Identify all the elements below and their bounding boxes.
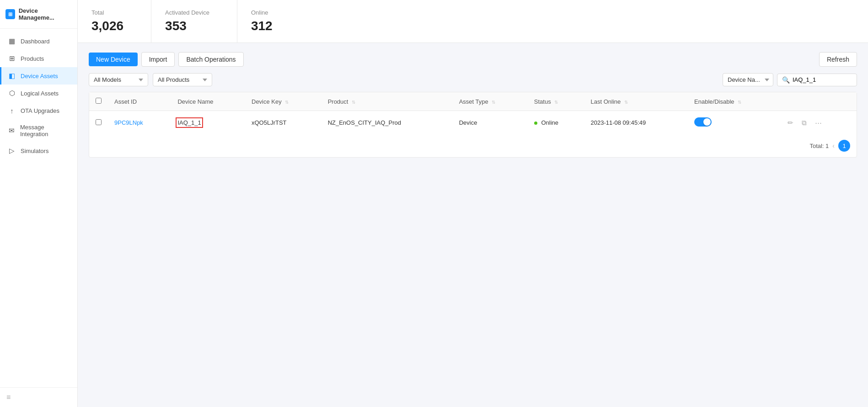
new-device-button[interactable]: New Device	[89, 53, 138, 66]
stat-activated-device: Activated Device 353	[151, 0, 237, 42]
device-key-sort-icon: ⇅	[285, 100, 289, 105]
stat-value: 353	[165, 19, 209, 33]
col-device-name: Device Name	[171, 92, 245, 111]
col-last-online: Last Online ⇅	[584, 92, 688, 111]
sidebar-item-message-integration[interactable]: ✉ Message Integration	[0, 119, 77, 142]
stat-value: 3,026	[91, 19, 123, 33]
logical-assets-icon: ⬡	[8, 89, 16, 97]
row-checkbox-cell	[89, 111, 108, 135]
search-field-selector[interactable]: Device Na...	[723, 73, 773, 86]
sidebar-item-simulators[interactable]: ▷ Simulators	[0, 142, 77, 159]
batch-operations-button[interactable]: Batch Operations	[178, 52, 243, 67]
stat-total: Total 3,026	[78, 0, 151, 42]
stat-value: 312	[251, 19, 273, 33]
row-checkbox-0[interactable]	[96, 119, 102, 125]
view-button[interactable]: ⧉	[800, 118, 809, 128]
col-status: Status ⇅	[528, 92, 584, 111]
actions-cell: ✏ ⧉ ⋯	[779, 111, 857, 135]
product-sort-icon: ⇅	[352, 100, 355, 105]
search-input[interactable]	[793, 76, 852, 83]
device-name-cell: IAQ_1_1	[171, 111, 245, 135]
col-enable-disable: Enable/Disable ⇅	[688, 92, 779, 111]
sidebar-label-logical-assets: Logical Assets	[21, 90, 59, 97]
sidebar: ⊞ Device Manageme... ▦ Dashboard ⊞ Produ…	[0, 0, 78, 407]
product-cell: NZ_EnOS_CITY_IAQ_Prod	[321, 111, 453, 135]
select-all-checkbox[interactable]	[96, 98, 102, 104]
device-table: Asset ID Device Name Device Key ⇅ Produc…	[89, 92, 857, 158]
sidebar-item-device-assets[interactable]: ◧ Device Assets	[0, 67, 77, 85]
stat-online: Online 312	[237, 0, 300, 42]
models-filter[interactable]: All Models	[89, 73, 148, 86]
stat-label: Total	[91, 9, 123, 16]
sidebar-item-dashboard[interactable]: ▦ Dashboard	[0, 32, 77, 50]
search-box: 🔍	[777, 74, 857, 86]
status-dot	[534, 122, 537, 125]
asset-type-cell: Device	[453, 111, 528, 135]
col-device-key: Device Key ⇅	[245, 92, 321, 111]
last-online-sort-icon: ⇅	[624, 100, 628, 105]
enable-sort-icon: ⇅	[738, 100, 741, 105]
sidebar-label-simulators: Simulators	[21, 148, 48, 154]
content-area: New Device Import Batch Operations Refre…	[78, 43, 868, 407]
status-sort-icon: ⇅	[554, 100, 558, 105]
table-row: 9PC9LNpk IAQ_1_1 xQO5LJrTST NZ_EnOS_CITY…	[89, 111, 857, 135]
sidebar-label-ota-upgrades: OTA Upgrades	[21, 107, 59, 114]
refresh-button[interactable]: Refresh	[819, 52, 857, 67]
sidebar-nav: ▦ Dashboard ⊞ Products ◧ Device Assets ⬡…	[0, 29, 77, 387]
last-online-cell: 2023-11-08 09:45:49	[584, 111, 688, 135]
stat-label: Online	[251, 9, 273, 16]
pagination: Total: 1 ‹ 1	[89, 134, 857, 157]
sidebar-item-logical-assets[interactable]: ⬡ Logical Assets	[0, 85, 77, 102]
col-asset-type: Asset Type ⇅	[453, 92, 528, 111]
app-logo: ⊞ Device Manageme...	[0, 0, 77, 29]
enable-toggle[interactable]	[694, 117, 712, 127]
table-header-checkbox	[89, 92, 108, 111]
filters: All Models All Products Device Na... 🔍	[89, 73, 857, 86]
asset-id-link[interactable]: 9PC9LNpk	[114, 119, 143, 126]
more-button[interactable]: ⋯	[813, 118, 824, 128]
app-title: Device Manageme...	[19, 7, 72, 21]
status-cell: Online	[528, 111, 584, 135]
app-logo-icon: ⊞	[5, 9, 15, 19]
current-page-number: 1	[838, 140, 850, 152]
col-actions	[779, 92, 857, 111]
products-filter[interactable]: All Products	[153, 73, 212, 86]
sidebar-label-products: Products	[21, 55, 44, 62]
dashboard-icon: ▦	[8, 37, 16, 45]
sidebar-label-device-assets: Device Assets	[21, 73, 58, 79]
toolbar: New Device Import Batch Operations Refre…	[89, 52, 857, 67]
toggle-cell	[688, 111, 779, 135]
prev-page-button[interactable]: ‹	[832, 142, 835, 149]
asset-id-cell: 9PC9LNpk	[108, 111, 171, 135]
main-content: Total 3,026 Activated Device 353 Online …	[78, 0, 868, 407]
asset-type-sort-icon: ⇅	[492, 100, 495, 105]
sidebar-bottom: ≡	[0, 387, 77, 407]
table-header-row: Asset ID Device Name Device Key ⇅ Produc…	[89, 92, 857, 111]
status-text: Online	[541, 119, 558, 126]
message-integration-icon: ✉	[8, 127, 16, 135]
edit-button[interactable]: ✏	[786, 118, 795, 128]
device-assets-icon: ◧	[8, 72, 16, 80]
sidebar-item-ota-upgrades[interactable]: ↑ OTA Upgrades	[0, 102, 77, 119]
col-asset-id: Asset ID	[108, 92, 171, 111]
import-button[interactable]: Import	[141, 52, 175, 67]
device-key-cell: xQO5LJrTST	[245, 111, 321, 135]
device-name-value: IAQ_1_1	[177, 119, 201, 126]
stats-bar: Total 3,026 Activated Device 353 Online …	[78, 0, 868, 43]
search-icon: 🔍	[782, 76, 790, 84]
pagination-total: Total: 1	[809, 143, 829, 149]
col-product: Product ⇅	[321, 92, 453, 111]
simulators-icon: ▷	[8, 147, 16, 155]
products-icon: ⊞	[8, 54, 16, 63]
sidebar-label-dashboard: Dashboard	[21, 38, 50, 45]
stat-label: Activated Device	[165, 9, 209, 16]
ota-upgrades-icon: ↑	[8, 106, 16, 115]
menu-icon: ≡	[6, 393, 11, 401]
sidebar-label-message-integration: Message Integration	[20, 124, 71, 137]
sidebar-item-products[interactable]: ⊞ Products	[0, 50, 77, 67]
